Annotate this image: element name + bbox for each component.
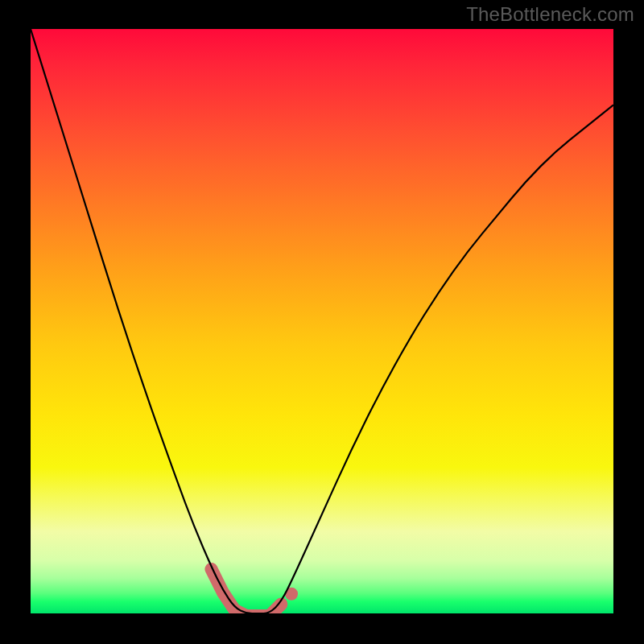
bottleneck-curve	[31, 29, 613, 613]
bottleneck-curve-svg	[31, 29, 613, 613]
watermark-text: TheBottleneck.com	[466, 3, 634, 26]
optimal-range-highlight	[211, 569, 281, 613]
chart-frame: TheBottleneck.com	[0, 0, 644, 644]
plot-area	[31, 29, 613, 613]
